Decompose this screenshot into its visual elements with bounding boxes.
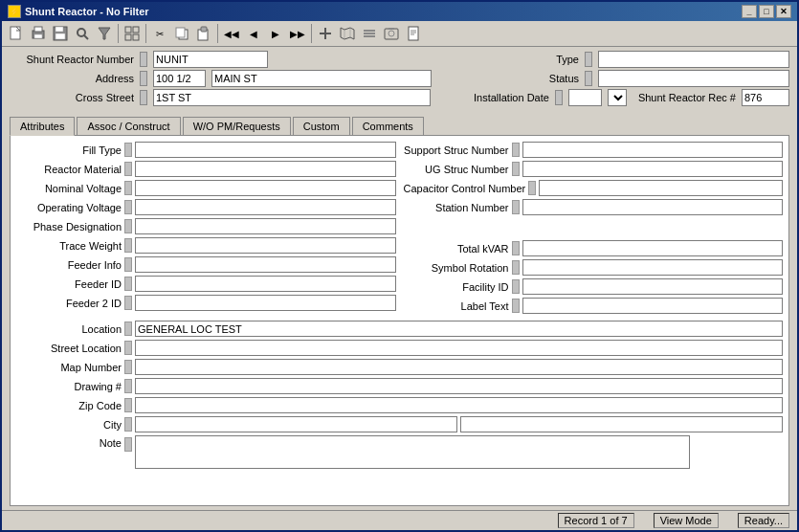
first-button[interactable]: ◀◀ [221,23,242,44]
add-button[interactable] [315,23,336,44]
shunt-reactor-number-input[interactable] [153,51,268,68]
print-button[interactable] [28,23,49,44]
total-kvar-row: Total kVAR [404,240,784,256]
search-button[interactable] [72,23,93,44]
zip-code-label: Zip Code [16,400,122,411]
address-indicator [140,71,147,86]
tab-comments[interactable]: Comments [352,117,424,135]
ug-struc-number-label: UG Struc Number [404,164,509,175]
type-label: Type [541,54,579,65]
map-button[interactable] [337,23,358,44]
tab-assoc-construct[interactable]: Assoc / Construct [77,117,180,135]
label-text-input[interactable] [522,298,784,314]
capacitor-control-number-input[interactable] [539,180,783,196]
street-location-input[interactable] [135,340,783,356]
save-button[interactable] [50,23,71,44]
svg-rect-23 [364,33,375,34]
title-bar: ⚡ Shunt Reactor - No Filter _ □ ✕ [2,2,797,21]
operating-voltage-input[interactable] [135,199,396,215]
type-input[interactable] [598,51,789,68]
note-label: Note [16,435,122,449]
nominal-voltage-input[interactable] [135,180,396,196]
feeder-id-row: Feeder ID [16,276,396,292]
street-location-indicator [124,341,132,355]
zip-code-input[interactable] [135,397,783,413]
next-button[interactable]: ▶ [265,23,286,44]
svg-rect-6 [55,33,65,39]
note-input[interactable] [135,435,690,469]
fill-type-input[interactable] [135,142,396,158]
new-button[interactable] [6,23,27,44]
location-input[interactable] [135,321,783,337]
station-number-input[interactable] [522,199,784,215]
support-struc-number-label: Support Struc Number [404,144,509,156]
facility-id-label: Facility ID [404,281,509,293]
location-indicator [124,321,132,336]
map-number-input[interactable] [135,359,783,375]
total-kvar-input[interactable] [522,240,784,256]
cross-street-input[interactable] [153,89,431,106]
facility-id-input[interactable] [522,278,784,295]
copy-button[interactable] [171,23,192,44]
paste-button[interactable] [193,23,214,44]
tab-content-attributes: Fill Type Reactor Material Nominal Volta… [10,135,789,506]
fill-type-label: Fill Type [16,144,122,156]
cut-button[interactable]: ✂ [149,23,170,44]
close-button[interactable]: ✕ [776,5,791,18]
street-location-label: Street Location [16,343,122,354]
last-button[interactable]: ▶▶ [287,23,308,44]
doc-button[interactable] [403,23,424,44]
minimize-button[interactable]: _ [742,5,757,18]
address-num-input[interactable] [153,70,206,87]
support-struc-number-input[interactable] [522,142,784,158]
shunt-reactor-number-label: Shunt Reactor Number [10,54,134,65]
symbol-rotation-label: Symbol Rotation [404,262,509,274]
status-input[interactable] [598,70,789,87]
tools-button[interactable] [359,23,380,44]
feeder-id-indicator [124,277,132,291]
note-row: Note [16,435,783,469]
tabs-bar: Attributes Assoc / Construct W/O PM/Requ… [2,112,797,135]
grid-button[interactable] [122,23,143,44]
station-number-indicator [512,200,520,214]
svg-rect-5 [55,27,63,32]
tab-attributes[interactable]: Attributes [10,117,75,136]
zip-code-row: Zip Code [16,397,783,413]
photo-button[interactable] [381,23,402,44]
address-street-input[interactable] [211,70,432,87]
svg-rect-17 [201,27,207,32]
symbol-rotation-input[interactable] [522,259,784,276]
cross-street-indicator [140,90,147,105]
installation-date-input[interactable] [568,89,602,106]
installation-date-label: Installation Date [474,92,549,103]
maximize-button[interactable]: □ [759,5,774,18]
map-number-label: Map Number [16,362,122,373]
filter-button[interactable] [94,23,115,44]
map-number-row: Map Number [16,359,783,375]
reactor-material-input[interactable] [135,161,396,177]
drawing-row: Drawing # [16,378,783,394]
feeder-2-id-input[interactable] [135,295,396,311]
shunt-reactor-rec-label: Shunt Reactor Rec # [638,92,736,103]
ug-struc-number-input[interactable] [522,161,784,177]
installation-date-dropdown[interactable]: ▼ [608,89,627,106]
trace-weight-input[interactable] [135,237,396,254]
city-input[interactable] [460,416,783,432]
tab-custom[interactable]: Custom [293,117,350,135]
phase-designation-input[interactable] [135,218,396,234]
ug-struc-number-row: UG Struc Number [404,161,784,177]
support-struc-number-indicator [512,143,520,157]
sep-3 [217,24,218,43]
feeder-info-input[interactable] [135,256,396,273]
fill-type-indicator [124,143,132,157]
prev-button[interactable]: ◀ [243,23,264,44]
feeder-2-id-row: Feeder 2 ID [16,295,396,311]
drawing-input[interactable] [135,378,783,394]
toolbar: ✂ ◀◀ ◀ ▶ ▶▶ [2,21,797,47]
header-form: Shunt Reactor Number Type Address Status… [2,47,797,112]
tab-wo-pm-requests[interactable]: W/O PM/Requests [183,117,291,135]
svg-rect-24 [364,30,375,32]
city-input-short[interactable] [135,416,457,432]
shunt-reactor-rec-input[interactable] [742,89,789,106]
feeder-id-input[interactable] [135,276,396,292]
